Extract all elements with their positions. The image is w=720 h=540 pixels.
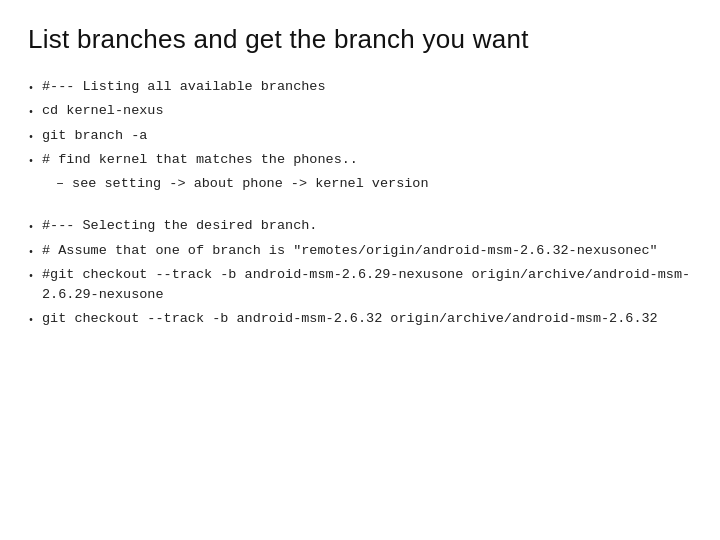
bullet-icon: • bbox=[28, 81, 34, 96]
list-item-text: # Assume that one of branch is "remotes/… bbox=[42, 241, 692, 261]
list-item: • #--- Listing all available branches bbox=[28, 77, 692, 97]
list-item: • #--- Selecting the desired branch. bbox=[28, 216, 692, 236]
list-item-text: # find kernel that matches the phones.. bbox=[42, 150, 692, 170]
section1-list: • #--- Listing all available branches • … bbox=[28, 77, 692, 170]
list-item: – see setting -> about phone -> kernel v… bbox=[56, 174, 692, 194]
list-item-text: git branch -a bbox=[42, 126, 692, 146]
section2-list: • #--- Selecting the desired branch. • #… bbox=[28, 216, 692, 329]
bullet-icon: • bbox=[28, 313, 34, 328]
section1: • #--- Listing all available branches • … bbox=[28, 77, 692, 194]
bullet-icon: • bbox=[28, 269, 34, 284]
list-item-text: cd kernel-nexus bbox=[42, 101, 692, 121]
page: List branches and get the branch you wan… bbox=[0, 0, 720, 540]
section2: • #--- Selecting the desired branch. • #… bbox=[28, 216, 692, 329]
list-item-text: #git checkout --track -b android-msm-2.6… bbox=[42, 265, 692, 306]
bullet-icon: • bbox=[28, 105, 34, 120]
dash-icon: – bbox=[56, 174, 64, 194]
bullet-icon: • bbox=[28, 245, 34, 260]
list-item: • # find kernel that matches the phones.… bbox=[28, 150, 692, 170]
list-item-text: #--- Selecting the desired branch. bbox=[42, 216, 692, 236]
bullet-icon: • bbox=[28, 130, 34, 145]
list-item-text: see setting -> about phone -> kernel ver… bbox=[72, 174, 428, 194]
bullet-icon: • bbox=[28, 220, 34, 235]
list-item: • git checkout --track -b android-msm-2.… bbox=[28, 309, 692, 329]
section1-sublist: – see setting -> about phone -> kernel v… bbox=[56, 174, 692, 194]
list-item-text: git checkout --track -b android-msm-2.6.… bbox=[42, 309, 692, 329]
bullet-icon: • bbox=[28, 154, 34, 169]
list-item: • cd kernel-nexus bbox=[28, 101, 692, 121]
list-item: • git branch -a bbox=[28, 126, 692, 146]
page-title: List branches and get the branch you wan… bbox=[28, 24, 692, 55]
list-item: • # Assume that one of branch is "remote… bbox=[28, 241, 692, 261]
list-item: • #git checkout --track -b android-msm-2… bbox=[28, 265, 692, 306]
list-item-text: #--- Listing all available branches bbox=[42, 77, 692, 97]
